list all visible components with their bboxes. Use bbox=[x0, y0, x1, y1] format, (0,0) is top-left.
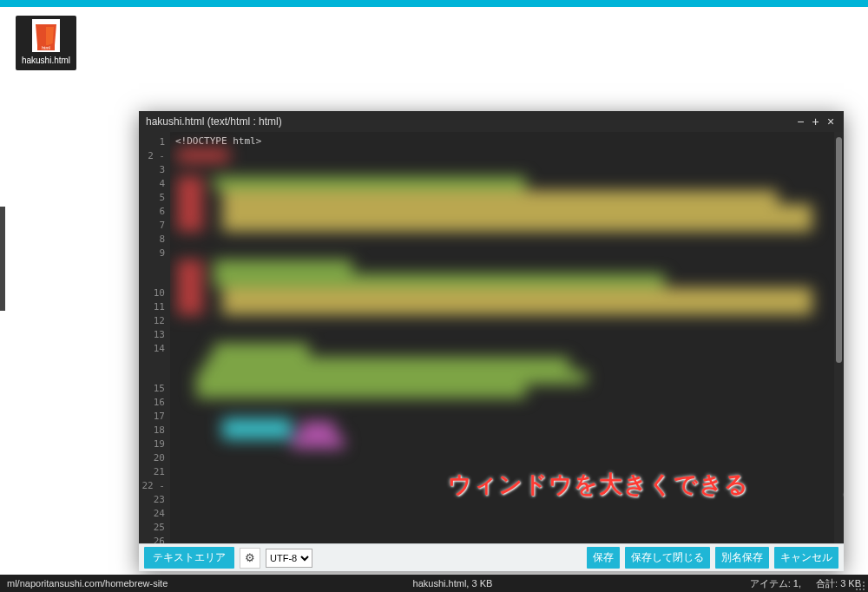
status-path: ml/naporitansushi.com/homebrew-site bbox=[7, 578, 168, 589]
desktop-file-icon[interactable]: html hakushi.html bbox=[16, 16, 76, 70]
desktop: html hakushi.html hakushi.html (text/htm… bbox=[0, 7, 868, 575]
status-total: 合計: 3 KB bbox=[816, 578, 861, 589]
line-number: 7 bbox=[139, 219, 165, 233]
save-as-button[interactable]: 別名保存 bbox=[715, 547, 769, 569]
line-number: 8 bbox=[139, 233, 165, 247]
svg-text:html: html bbox=[42, 45, 49, 50]
line-number: 26 bbox=[139, 535, 165, 543]
line-number: 16 bbox=[139, 396, 165, 410]
line-number: 15 bbox=[139, 382, 165, 396]
line-number: 24 bbox=[139, 507, 165, 521]
line-number: 1 bbox=[139, 135, 165, 149]
settings-gear-button[interactable]: ⚙ bbox=[240, 548, 260, 569]
status-center: hakushi.html, 3 KB bbox=[168, 578, 737, 589]
line-number: 19 bbox=[139, 437, 165, 451]
line-number: 5 bbox=[139, 191, 165, 205]
line-number: 4 bbox=[139, 177, 165, 191]
annotation-text: ウィンドウを大きくできる bbox=[448, 469, 749, 500]
line-number-gutter: 1234567891011121314151617181920212223242… bbox=[139, 132, 170, 543]
line-number: 3 bbox=[139, 163, 165, 177]
resize-grip-icon[interactable] bbox=[856, 580, 866, 590]
os-taskbar bbox=[0, 0, 868, 7]
vertical-scroll-thumb[interactable] bbox=[836, 137, 842, 363]
textarea-toggle-button[interactable]: テキストエリア bbox=[144, 547, 234, 569]
html5-icon: html bbox=[32, 19, 60, 52]
left-edge-strip bbox=[0, 207, 5, 311]
code-content[interactable]: <!DOCTYPE html> bbox=[170, 132, 844, 543]
line-number: 10 bbox=[139, 286, 165, 300]
status-items: アイテム: 1, bbox=[750, 578, 801, 589]
window-close-icon[interactable]: × bbox=[825, 115, 837, 128]
editor-titlebar[interactable]: hakushi.html (text/html : html) − + × bbox=[139, 111, 844, 132]
gear-icon: ⚙ bbox=[245, 551, 255, 564]
line-number: 20 bbox=[139, 451, 165, 465]
save-close-button[interactable]: 保存して閉じる bbox=[625, 547, 710, 569]
line-number: 25 bbox=[139, 521, 165, 535]
os-statusbar: ml/naporitansushi.com/homebrew-site haku… bbox=[0, 575, 868, 592]
line-number: 18 bbox=[139, 424, 165, 437]
line-number: 2 bbox=[139, 149, 165, 163]
vertical-scroll-track[interactable] bbox=[834, 132, 844, 543]
editor-title: hakushi.html (text/html : html) bbox=[146, 115, 282, 128]
desktop-file-label: hakushi.html bbox=[22, 56, 70, 65]
save-button[interactable]: 保存 bbox=[587, 547, 620, 569]
editor-window: hakushi.html (text/html : html) − + × 12… bbox=[139, 111, 844, 571]
line-number: 13 bbox=[139, 328, 165, 342]
line-number: 14 bbox=[139, 342, 165, 356]
line-number: 11 bbox=[139, 300, 165, 314]
code-area[interactable]: 1234567891011121314151617181920212223242… bbox=[139, 132, 844, 543]
line-number: 12 bbox=[139, 314, 165, 328]
line-number: 6 bbox=[139, 205, 165, 219]
editor-toolbar: テキストエリア ⚙ UTF-8 保存 保存して閉じる 別名保存 キャンセル bbox=[139, 543, 844, 571]
line-number: 21 bbox=[139, 465, 165, 479]
encoding-select[interactable]: UTF-8 bbox=[266, 549, 312, 568]
line-number: 17 bbox=[139, 410, 165, 424]
annotation-arrow-icon bbox=[840, 490, 844, 543]
line-number: 22 bbox=[139, 479, 165, 493]
window-minimize-icon[interactable]: − bbox=[794, 115, 806, 128]
line-number: 23 bbox=[139, 493, 165, 507]
cancel-button[interactable]: キャンセル bbox=[774, 547, 838, 569]
window-maximize-icon[interactable]: + bbox=[810, 115, 822, 128]
line-number: 9 bbox=[139, 247, 165, 260]
